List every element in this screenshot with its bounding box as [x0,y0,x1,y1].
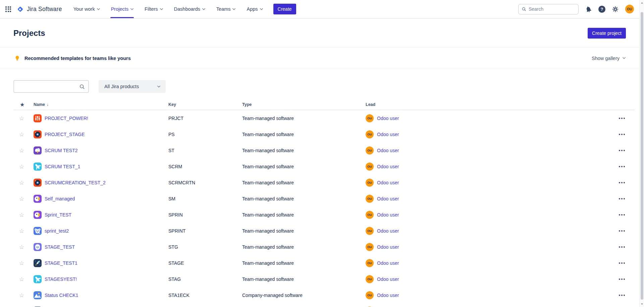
help-icon: ? [598,6,605,13]
chevron-down-icon [160,7,163,10]
show-gallery-label: Show gallery [592,56,620,61]
show-gallery-button[interactable]: Show gallery [592,56,625,61]
column-header-lead[interactable]: Lead [366,102,616,107]
table-row: ☆Self_managedSMTeam-managed softwareOUOd… [13,191,635,207]
project-type: Team-managed software [242,260,366,266]
project-name-link[interactable]: SCRUMCREATION_TEST_2 [45,180,106,185]
notifications-button[interactable] [585,6,592,13]
nav-item-dashboards[interactable]: Dashboards [174,0,205,18]
create-button[interactable]: Create [273,4,296,14]
row-actions-button[interactable] [616,182,635,183]
lead-link[interactable]: Odoo user [377,180,399,185]
lead-link[interactable]: Odoo user [377,164,399,169]
product-filter-dropdown[interactable]: All Jira products [99,80,166,93]
star-toggle[interactable]: ☆ [13,132,34,137]
row-actions-button[interactable] [616,166,635,167]
nav-item-label: Dashboards [174,6,200,12]
star-toggle[interactable]: ☆ [13,212,34,218]
project-name-link[interactable]: Sprint_TEST [45,212,71,218]
scroll-up-arrow-icon[interactable] [641,2,643,4]
project-name-link[interactable]: Status CHECK1 [45,293,78,298]
lead-link[interactable]: Odoo user [377,277,399,282]
nav-item-your-work[interactable]: Your work [73,0,100,18]
star-column-header-icon: ★ [13,102,34,107]
project-name-link[interactable]: STAGESYEST! [45,277,77,282]
row-actions-button[interactable] [616,279,635,280]
row-actions-button[interactable] [616,150,635,151]
project-name-link[interactable]: PROJECT_STAGE [45,132,85,137]
row-actions-button[interactable] [616,198,635,199]
chevron-down-icon [260,7,263,10]
lead-link[interactable]: Odoo user [377,148,399,153]
lead-link[interactable]: Odoo user [377,244,399,250]
scroll-down-arrow-icon[interactable] [641,303,643,305]
help-button[interactable]: ? [598,6,605,13]
project-search-input[interactable] [17,84,79,89]
star-toggle[interactable]: ☆ [13,228,34,234]
star-toggle[interactable]: ☆ [13,180,34,186]
settings-button[interactable] [612,6,619,13]
row-actions-button[interactable] [616,262,635,264]
chevron-down-icon [130,7,134,10]
project-key: STG [168,244,242,250]
nav-item-projects[interactable]: Projects [111,0,133,18]
project-key: SCRM [168,164,242,169]
project-name-link[interactable]: sprint_test2 [45,228,69,234]
nav-item-apps[interactable]: Apps [247,0,262,18]
filter-row: All Jira products [0,69,644,93]
vertical-scrollbar[interactable] [639,0,644,307]
parrot-icon [34,211,42,219]
project-type: Team-managed software [242,116,366,121]
global-search-input[interactable] [529,6,575,12]
project-name-link[interactable]: Self_managed [45,196,75,201]
lead-link[interactable]: Odoo user [377,116,399,121]
row-actions-button[interactable] [616,134,635,135]
nav-item-teams[interactable]: Teams [216,0,235,18]
nav-item-filters[interactable]: Filters [145,0,162,18]
lead-link[interactable]: Odoo user [377,228,399,234]
project-key: STAG [168,277,242,282]
project-name-link[interactable]: SCRUM TEST_1 [45,164,80,169]
project-type: Team-managed software [242,132,366,137]
create-project-button[interactable]: Create project [588,28,626,39]
column-header-name[interactable]: Name ↓ [34,102,168,107]
column-header-type[interactable]: Type [242,102,366,107]
lead-link[interactable]: Odoo user [377,196,399,201]
project-name-link[interactable]: STAGE_TEST1 [45,260,77,266]
row-actions-button[interactable] [616,230,635,232]
row-actions-button[interactable] [616,118,635,119]
column-header-key[interactable]: Key [168,102,242,107]
project-name-link[interactable]: SCRUM TEST2 [45,148,78,153]
lead-avatar: OU [366,195,374,203]
star-toggle[interactable]: ☆ [13,116,34,121]
table-row: ☆STAGE_TESTSTGTeam-managed softwareOUOdo… [13,239,635,255]
app-switcher-icon[interactable] [5,6,11,12]
star-toggle[interactable]: ☆ [13,260,34,266]
nav-item-label: Your work [73,6,95,12]
lead-link[interactable]: Odoo user [377,132,399,137]
star-toggle[interactable]: ☆ [13,293,34,298]
star-toggle[interactable]: ☆ [13,277,34,282]
project-name-link[interactable]: PROJECT_POWER! [45,116,88,121]
star-toggle[interactable]: ☆ [13,244,34,250]
banner-title: Recommended templates for teams like you… [24,56,131,61]
lead-link[interactable]: Odoo user [377,293,399,298]
row-actions-button[interactable] [616,214,635,216]
table-row: ☆sprint_test2SPRINTTeam-managed software… [13,223,635,239]
project-search[interactable] [13,80,89,93]
lead-link[interactable]: Odoo user [377,212,399,218]
project-type: Team-managed software [242,196,366,201]
row-actions-button[interactable] [616,295,635,296]
lead-link[interactable]: Odoo user [377,260,399,266]
user-avatar[interactable]: OU [625,5,634,13]
scrollbar-thumb[interactable] [641,12,643,300]
project-name-link[interactable]: STAGE_TEST [45,244,75,250]
row-actions-button[interactable] [616,246,635,248]
star-toggle[interactable]: ☆ [13,164,34,170]
project-key: STAGE [168,260,242,266]
table-row: ☆SCRUM TEST_1SCRMTeam-managed softwareOU… [13,159,635,175]
star-toggle[interactable]: ☆ [13,196,34,202]
global-search[interactable] [518,4,579,14]
jira-logo[interactable]: Jira Software [16,5,62,13]
star-toggle[interactable]: ☆ [13,148,34,154]
